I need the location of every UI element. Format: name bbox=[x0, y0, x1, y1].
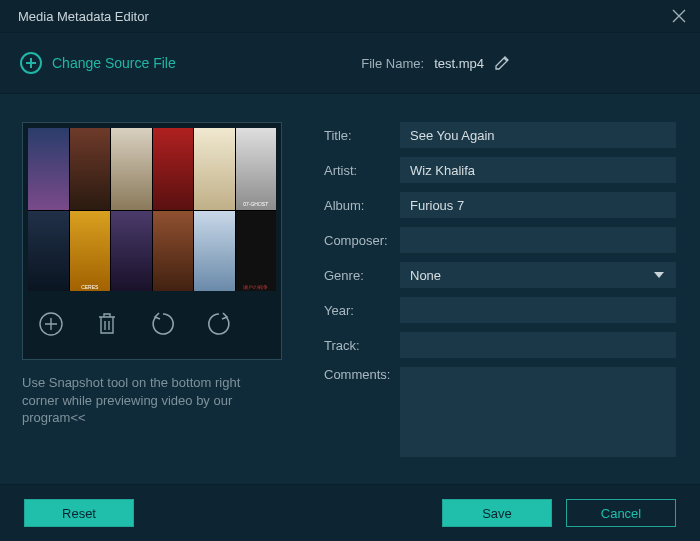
poster-thumb bbox=[194, 128, 235, 210]
poster-thumb bbox=[28, 128, 69, 210]
add-artwork-button[interactable] bbox=[36, 309, 66, 339]
album-field[interactable] bbox=[400, 192, 676, 218]
poster-thumb bbox=[70, 128, 111, 210]
poster-thumb bbox=[111, 211, 152, 291]
poster-thumb: CERES bbox=[70, 211, 111, 291]
label-artist: Artist: bbox=[324, 163, 400, 178]
artwork-tools bbox=[28, 291, 276, 339]
genre-dropdown[interactable]: None bbox=[400, 262, 676, 288]
label-composer: Composer: bbox=[324, 233, 400, 248]
pencil-icon[interactable] bbox=[494, 55, 510, 71]
cancel-button[interactable]: Cancel bbox=[566, 499, 676, 527]
title-field[interactable] bbox=[400, 122, 676, 148]
label-comments: Comments: bbox=[324, 367, 400, 382]
poster-thumb: 瀬戸の戦争 bbox=[236, 211, 277, 291]
plus-circle-icon bbox=[20, 52, 42, 74]
close-icon[interactable] bbox=[672, 9, 686, 23]
comments-field[interactable] bbox=[400, 367, 676, 457]
change-source-label: Change Source File bbox=[52, 55, 176, 71]
filename-value: test.mp4 bbox=[434, 56, 484, 71]
poster-thumb bbox=[153, 128, 194, 210]
artwork-preview[interactable]: 07-GHOST CERES 瀬戸の戦争 bbox=[28, 128, 276, 291]
artist-field[interactable] bbox=[400, 157, 676, 183]
composer-field[interactable] bbox=[400, 227, 676, 253]
track-field[interactable] bbox=[400, 332, 676, 358]
metadata-form: Title: Artist: Album: Composer: Genre: N… bbox=[324, 122, 676, 464]
label-title: Title: bbox=[324, 128, 400, 143]
save-button[interactable]: Save bbox=[442, 499, 552, 527]
redo-button[interactable] bbox=[204, 309, 234, 339]
change-source-button[interactable]: Change Source File bbox=[20, 52, 176, 74]
window-title: Media Metadata Editor bbox=[18, 9, 149, 24]
source-bar: Change Source File File Name: test.mp4 bbox=[0, 32, 700, 94]
filename-label: File Name: bbox=[361, 56, 424, 71]
label-year: Year: bbox=[324, 303, 400, 318]
delete-artwork-button[interactable] bbox=[92, 309, 122, 339]
poster-thumb: 07-GHOST bbox=[236, 128, 277, 210]
poster-thumb bbox=[111, 128, 152, 210]
hint-text: Use Snapshot tool on the bottom right co… bbox=[22, 374, 272, 427]
year-field[interactable] bbox=[400, 297, 676, 323]
poster-thumb bbox=[153, 211, 194, 291]
main-area: 07-GHOST CERES 瀬戸の戦争 bbox=[0, 94, 700, 484]
artwork-column: 07-GHOST CERES 瀬戸の戦争 bbox=[22, 122, 284, 464]
poster-thumb bbox=[194, 211, 235, 291]
poster-thumb bbox=[28, 211, 69, 291]
artwork-box: 07-GHOST CERES 瀬戸の戦争 bbox=[22, 122, 282, 360]
label-track: Track: bbox=[324, 338, 400, 353]
filename-block: File Name: test.mp4 bbox=[361, 55, 680, 71]
poster-grid: 07-GHOST CERES 瀬戸の戦争 bbox=[28, 128, 276, 291]
footer-bar: Reset Save Cancel bbox=[0, 484, 700, 541]
undo-button[interactable] bbox=[148, 309, 178, 339]
chevron-down-icon bbox=[654, 272, 664, 278]
label-genre: Genre: bbox=[324, 268, 400, 283]
genre-value: None bbox=[410, 268, 441, 283]
title-bar: Media Metadata Editor bbox=[0, 0, 700, 32]
reset-button[interactable]: Reset bbox=[24, 499, 134, 527]
label-album: Album: bbox=[324, 198, 400, 213]
